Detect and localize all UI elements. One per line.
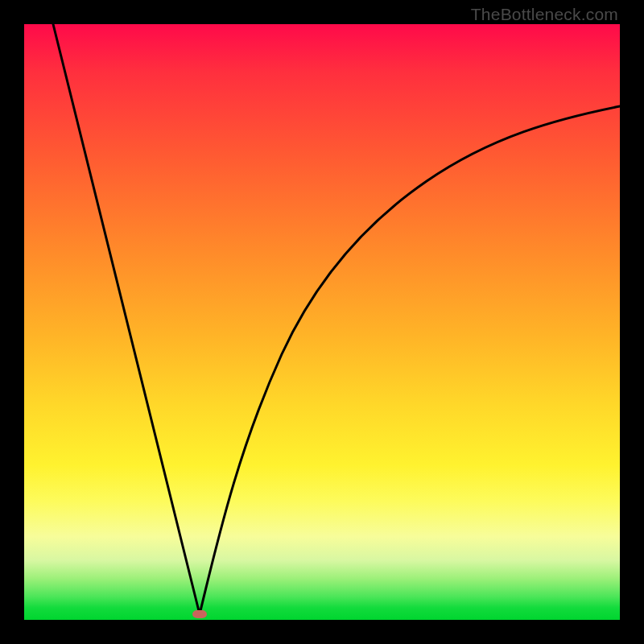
curve-left-branch	[53, 24, 200, 614]
chart-frame	[24, 24, 620, 620]
watermark-text: TheBottleneck.com	[471, 5, 618, 24]
chart-curve	[24, 24, 620, 620]
min-point-marker	[192, 610, 207, 618]
curve-right-branch	[200, 106, 620, 614]
